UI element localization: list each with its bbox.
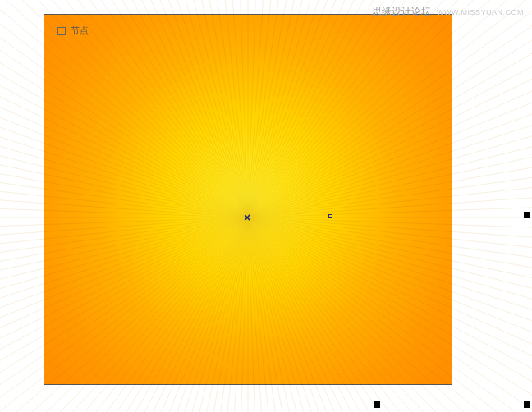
watermark: 思缘设计论坛 WWW.MISSYUAN.COM xyxy=(372,5,524,19)
layer-label: 节点 xyxy=(71,25,89,37)
canvas-area[interactable]: 节点 × xyxy=(0,0,532,412)
gradient-center-marker[interactable]: × xyxy=(244,212,250,223)
watermark-url: WWW.MISSYUAN.COM xyxy=(437,8,524,16)
gradient-rectangle-object[interactable] xyxy=(44,14,452,385)
selection-handle-right[interactable] xyxy=(524,212,530,218)
layer-checkbox-icon[interactable] xyxy=(57,27,66,35)
selection-handle-bottom[interactable] xyxy=(374,401,380,408)
selection-handle-corner[interactable] xyxy=(524,401,530,408)
gradient-edge-node[interactable] xyxy=(328,214,332,218)
watermark-text: 思缘设计论坛 xyxy=(372,6,431,17)
layer-indicator: 节点 xyxy=(57,25,89,37)
